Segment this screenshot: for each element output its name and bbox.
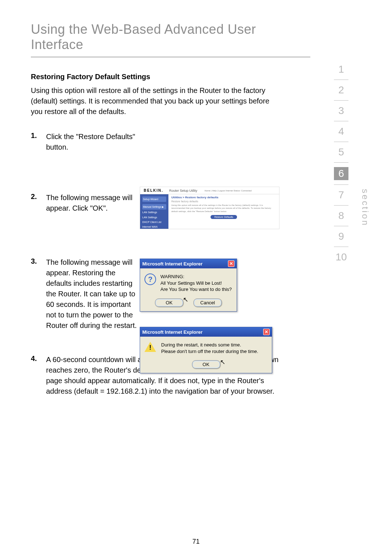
sidebar-manual-settings[interactable]: Manual Settings ▶ [142, 204, 166, 210]
steps-list: 1. Click the "Restore Defaults" button. … [31, 131, 279, 397]
restart-dialog: Microsoft Internet Explorer ✕ ! During t… [140, 327, 272, 373]
utility-sidebar: Setup Wizard Manual Settings ▶ LAN Setti… [140, 194, 168, 229]
step-text: The following message will appear. Click… [46, 192, 140, 214]
nav-7[interactable]: 7 [334, 189, 348, 201]
question-icon: ? [144, 273, 156, 285]
sidebar-setup-wizard[interactable]: Setup Wizard [142, 196, 166, 202]
nav-8[interactable]: 8 [334, 210, 348, 222]
step-number: 4. [31, 354, 46, 397]
sidebar-dhcp[interactable]: DHCP Client List [142, 220, 166, 224]
router-utility-screenshot: BELKIN. Router Setup Utility Home | Help… [140, 187, 279, 229]
subheading: Restoring Factory Default Settings [31, 73, 279, 81]
step-text: Click the "Restore Defaults" button. [46, 131, 140, 153]
restart-line1: During the restart, it needs some time. [161, 342, 258, 348]
nav-5[interactable]: 5 [334, 146, 348, 158]
nav-6[interactable]: 6 [334, 167, 348, 180]
step-number: 1. [31, 131, 46, 153]
confirm-dialog: Microsoft Internet Explorer ✕ ? WARNING:… [140, 259, 237, 312]
breadcrumb: Utilities > Restore factory defaults [171, 196, 276, 199]
step-text: The following message will appear. Resto… [46, 257, 140, 331]
panel-description: Using this option will restore all of th… [171, 204, 276, 213]
dialog-message: WARNING: All Your Settings Will be Lost!… [160, 273, 232, 293]
cancel-button[interactable]: Cancel [193, 299, 222, 307]
panel-subtitle: Restore factory defaults [171, 200, 276, 203]
sidebar-wan[interactable]: Internet WAN [142, 225, 166, 229]
ok-button[interactable]: OK [155, 299, 183, 307]
nav-2[interactable]: 2 [334, 84, 348, 96]
warning-line2: Are You Sure You want to do this? [160, 286, 232, 293]
dialog-message: During the restart, it needs some time. … [161, 342, 258, 354]
page-number: 71 [0, 538, 392, 545]
section-label: section [360, 189, 370, 227]
restore-defaults-button[interactable]: Restore Defaults [211, 215, 237, 219]
nav-10[interactable]: 10 [334, 251, 348, 263]
utility-title: Router Setup Utility [169, 189, 197, 192]
utility-links: Home | Help | Logout Internet Status: Co… [205, 190, 252, 192]
intro-paragraph: Using this option will restore all of th… [31, 85, 279, 117]
sidebar-lan[interactable]: LAN Settings [142, 210, 166, 214]
step-number: 3. [31, 257, 46, 331]
cursor-icon: ↖ [220, 358, 225, 366]
dialog-title: Microsoft Internet Explorer [142, 261, 203, 267]
nav-9[interactable]: 9 [334, 231, 348, 242]
warning-icon: ! [144, 342, 156, 354]
sidebar-lan2[interactable]: LAN Settings [142, 215, 166, 219]
section-nav: 1 2 3 4 5 6 7 8 9 10 [334, 64, 348, 263]
warning-label: WARNING: [160, 273, 232, 280]
nav-4[interactable]: 4 [334, 126, 348, 137]
step-1: 1. Click the "Restore Defaults" button. [31, 131, 279, 153]
close-icon[interactable]: ✕ [228, 260, 234, 267]
cursor-icon: ↖ [183, 296, 188, 304]
close-icon[interactable]: ✕ [263, 329, 270, 335]
ok-button[interactable]: OK [192, 360, 220, 369]
dialog-title: Microsoft Internet Explorer [142, 329, 203, 335]
nav-3[interactable]: 3 [334, 105, 348, 117]
warning-line1: All Your Settings Will be Lost! [160, 280, 232, 287]
restart-line2: Please don't turn off the router during … [161, 348, 258, 355]
content-area: Restoring Factory Default Settings Using… [31, 73, 279, 411]
nav-1[interactable]: 1 [334, 64, 348, 75]
step-number: 2. [31, 192, 46, 214]
belkin-logo: BELKIN. [144, 188, 166, 192]
page-title: Using the Web-Based Advanced User Interf… [31, 22, 310, 57]
